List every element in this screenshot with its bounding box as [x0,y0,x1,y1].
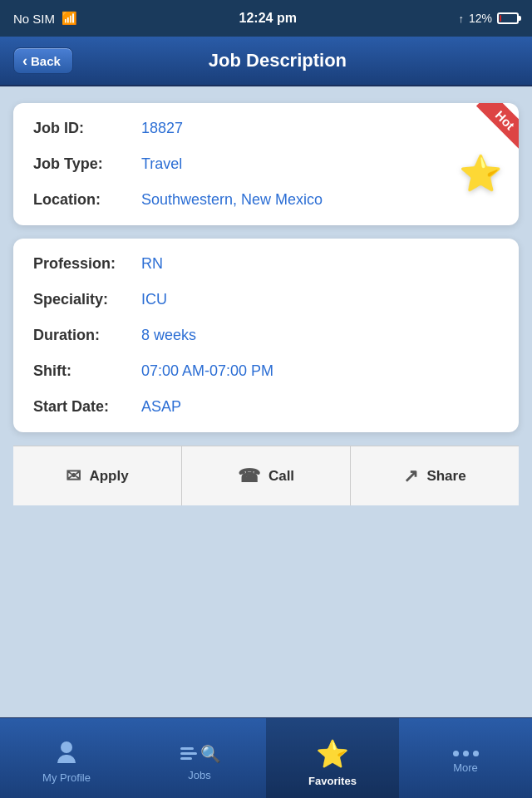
job-detail-card: Profession: RN Speciality: ICU Duration:… [13,239,519,432]
page-title: Job Description [86,50,469,71]
star-icon: ⭐ [459,154,502,193]
job-basic-card: Hot ⭐ Job ID: 18827 Job Type: Travel Loc… [13,103,519,225]
dot-2 [463,751,469,756]
phone-icon: ☎ [238,466,260,487]
speciality-label: Speciality: [33,291,141,308]
tab-jobs[interactable]: 🔍 Jobs [133,718,266,798]
nav-bar: ‹ Back Job Description [0,37,532,86]
job-id-value: 18827 [141,120,183,137]
duration-value: 8 weeks [141,327,196,344]
status-bar: No SIM 📶 12:24 pm ↑ 12% [0,0,532,37]
profession-label: Profession: [33,255,141,273]
main-content: Hot ⭐ Job ID: 18827 Job Type: Travel Loc… [0,86,532,522]
star-active-icon: ⭐ [316,738,349,770]
job-type-row: Job Type: Travel [33,155,499,173]
status-left: No SIM 📶 [13,11,77,26]
start-date-value: ASAP [141,398,181,416]
carrier-label: No SIM [13,12,55,26]
tab-favorites-label: Favorites [308,775,357,787]
profession-row: Profession: RN [33,255,499,273]
more-dots-icon [453,751,479,756]
back-label: Back [31,54,61,68]
tab-more[interactable]: More [399,718,532,798]
jobs-icon-group: 🔍 [179,744,221,764]
job-id-label: Job ID: [33,120,141,137]
envelope-icon: ✉ [66,466,81,487]
call-label: Call [268,468,294,485]
job-type-label: Job Type: [33,155,141,173]
person-head [61,741,72,753]
location-label: Location: [33,191,141,209]
action-bar: ✉ Apply ☎ Call ↗ Share [13,446,519,505]
magnifier-icon: 🔍 [200,744,221,764]
back-arrow-icon: ‹ [22,53,27,68]
shift-label: Shift: [33,362,141,380]
tab-my-profile-label: My Profile [42,771,91,784]
favorite-star[interactable]: ⭐ [459,153,502,194]
dot-3 [473,751,479,756]
job-type-value: Travel [141,155,182,173]
start-date-label: Start Date: [33,398,141,416]
tab-jobs-label: Jobs [188,769,210,781]
battery-label: 12% [469,12,492,25]
battery-fill [500,15,501,22]
location-value: Southwestern, New Mexico [141,191,323,209]
location-row: Location: Southwestern, New Mexico [33,191,499,209]
profession-value: RN [141,255,163,273]
tab-more-label: More [453,761,478,774]
wifi-icon: 📶 [62,11,77,26]
speciality-value: ICU [141,291,167,308]
jobs-line-1 [180,747,194,750]
jobs-line-2 [180,752,197,755]
start-date-row: Start Date: ASAP [33,398,499,416]
time-label: 12:24 pm [239,11,297,26]
jobs-lines-icon [180,747,197,760]
person-body [57,755,76,763]
back-button[interactable]: ‹ Back [13,47,73,74]
apply-button[interactable]: ✉ Apply [13,446,182,505]
battery-icon [497,12,519,24]
jobs-line-3 [180,757,192,760]
duration-row: Duration: 8 weeks [33,327,499,344]
share-icon: ↗ [403,466,418,487]
shift-row: Shift: 07:00 AM-07:00 PM [33,362,499,380]
speciality-row: Speciality: ICU [33,291,499,308]
apply-label: Apply [89,468,128,485]
dot-1 [453,751,459,756]
duration-label: Duration: [33,327,141,344]
call-button[interactable]: ☎ Call [182,446,351,505]
hot-badge-label: Hot [476,103,519,149]
shift-value: 07:00 AM-07:00 PM [141,362,273,380]
status-right: ↑ 12% [458,12,519,25]
tab-my-profile[interactable]: My Profile [0,718,133,798]
tab-bar: My Profile 🔍 Jobs ⭐ Favorites More [0,717,532,798]
location-icon: ↑ [458,12,464,25]
share-button[interactable]: ↗ Share [351,446,519,505]
job-id-row: Job ID: 18827 [33,120,499,137]
tab-favorites[interactable]: ⭐ Favorites [266,718,399,798]
person-icon [54,741,79,766]
share-label: Share [426,468,466,485]
